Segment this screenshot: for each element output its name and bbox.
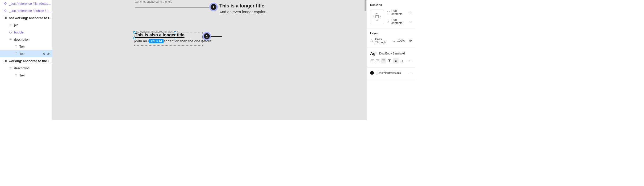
instance-icon xyxy=(9,31,12,34)
frame-icon xyxy=(4,16,7,19)
bubble-1: 1 xyxy=(209,3,218,11)
svg-rect-21 xyxy=(43,54,44,55)
layer-description[interactable]: description xyxy=(0,36,52,43)
resizing-section: Resizing Hug contents xyxy=(367,0,415,28)
layer-text[interactable]: Text xyxy=(0,43,52,50)
layer-label: _doc / reference / bubble / base xyxy=(9,9,52,13)
resize-vertical-dropdown[interactable]: Hug contents xyxy=(387,18,412,24)
blend-icon[interactable] xyxy=(370,39,373,42)
layer-label: Title xyxy=(19,52,25,56)
layer-label: pin xyxy=(14,23,18,27)
bubble-number: 1 xyxy=(204,33,210,39)
chevron-down-icon xyxy=(410,11,412,14)
layer-text-2[interactable]: Text xyxy=(0,72,52,79)
text-valign-top-button[interactable] xyxy=(387,58,392,64)
svg-rect-4 xyxy=(5,9,6,10)
title-text: This is a longer title xyxy=(219,3,266,9)
svg-point-31 xyxy=(410,40,411,41)
layer-description-2[interactable]: description xyxy=(0,65,52,72)
svg-rect-0 xyxy=(5,2,6,3)
svg-rect-5 xyxy=(4,10,5,11)
resize-horizontal-dropdown[interactable]: Hug contents xyxy=(387,9,412,15)
layer-component-ref-bubble[interactable]: _doc / reference / bubble / base xyxy=(0,7,52,14)
pin-line xyxy=(135,7,210,7)
fill-section: _Doc/Neutral/Black − xyxy=(367,67,415,79)
bubble-number: 1 xyxy=(211,4,216,10)
text-align-left-button[interactable] xyxy=(370,58,375,64)
layer-label: not-working: anchored to the right xyxy=(9,16,52,20)
svg-rect-1 xyxy=(4,3,5,4)
text-icon xyxy=(14,52,17,55)
layer-label: bubble xyxy=(14,31,24,34)
text-style-name[interactable]: _Doc/Body Semibold xyxy=(378,52,405,55)
frame-icon xyxy=(9,38,12,41)
eye-icon[interactable] xyxy=(47,52,50,55)
remove-fill-button[interactable]: − xyxy=(410,71,412,75)
layer-frame-notworking[interactable]: not-working: anchored to the right xyxy=(0,14,52,22)
title-text-selected[interactable]: This is also a longer title xyxy=(135,33,211,37)
svg-rect-8 xyxy=(4,17,5,19)
text-section: Ag _Doc/Body Semibold xyxy=(367,48,415,67)
layer-title-selected[interactable]: Title xyxy=(0,50,52,57)
layer-pin[interactable]: pin xyxy=(0,22,52,29)
svg-rect-7 xyxy=(5,11,6,12)
chevron-down-icon xyxy=(393,39,395,42)
section-title: Layer xyxy=(370,32,412,35)
inspector-panel: Resizing Hug contents xyxy=(367,0,415,120)
scrollbar[interactable] xyxy=(365,0,366,11)
caption-text-2: With an even longer caption than the one… xyxy=(135,39,211,43)
chevron-down-icon xyxy=(410,20,412,23)
svg-rect-2 xyxy=(6,3,7,4)
svg-rect-24 xyxy=(5,60,6,62)
frame-icon xyxy=(4,60,7,62)
layer-label: _doc / reference / list (detach to … xyxy=(9,2,52,6)
layer-frame-working[interactable]: working: anchored to the left xyxy=(0,57,52,65)
eye-icon[interactable] xyxy=(409,39,412,42)
section-title: Resizing xyxy=(370,3,412,6)
blend-mode-dropdown[interactable]: Pass Through xyxy=(375,37,391,44)
text-icon xyxy=(14,74,17,77)
layer-component-ref-list[interactable]: _doc / reference / list (detach to … xyxy=(0,0,52,7)
text-align-right-button[interactable] xyxy=(381,58,386,64)
text-align-center-button[interactable] xyxy=(376,58,380,64)
resize-h-label: Hug contents xyxy=(391,9,408,15)
fill-swatch[interactable] xyxy=(370,71,374,75)
caption-text: And an even longer caption xyxy=(219,10,266,14)
bubble-2: 1 xyxy=(203,32,211,40)
hug-h-icon xyxy=(387,11,390,14)
component-icon xyxy=(4,9,7,12)
svg-rect-30 xyxy=(376,15,378,18)
layer-label: Text xyxy=(19,45,25,49)
layer-bubble[interactable]: bubble xyxy=(0,29,52,36)
svg-rect-3 xyxy=(5,4,6,5)
resize-v-label: Hug contents xyxy=(391,18,408,24)
layers-panel: _doc / reference / list (detach to … _do… xyxy=(0,0,53,120)
hug-v-icon xyxy=(387,20,390,23)
layer-label: Text xyxy=(19,74,25,77)
layer-label: working: anchored to the left xyxy=(9,59,52,63)
frame-icon xyxy=(9,24,12,27)
pin-line-2 xyxy=(211,36,222,37)
description-block-2: This is also a longer title With an even… xyxy=(135,33,211,43)
unlock-icon[interactable] xyxy=(42,52,45,55)
svg-rect-6 xyxy=(6,10,7,11)
description-block: This is a longer title And an even longe… xyxy=(219,3,266,14)
layer-section: Layer Pass Through 100% xyxy=(367,28,415,48)
layer-label: description xyxy=(14,66,30,70)
frame-icon xyxy=(9,67,12,70)
frame-label-working[interactable]: working: anchored to the left xyxy=(135,0,172,3)
svg-rect-9 xyxy=(5,17,6,19)
canvas[interactable]: working: anchored to the left 1 This is … xyxy=(53,0,367,120)
svg-point-22 xyxy=(48,53,49,54)
resize-preview[interactable] xyxy=(370,10,384,24)
text-valign-bottom-button[interactable] xyxy=(400,58,405,64)
svg-rect-23 xyxy=(4,60,5,62)
selection-size-badge: 178 × 24 xyxy=(149,39,164,43)
svg-rect-13 xyxy=(9,31,12,33)
fill-style-name[interactable]: _Doc/Neutral/Black xyxy=(376,71,401,74)
more-type-options-button[interactable]: ··· xyxy=(408,58,412,63)
text-valign-middle-button[interactable] xyxy=(393,58,399,64)
text-icon xyxy=(14,45,17,48)
opacity-value[interactable]: 100% xyxy=(397,39,405,42)
component-icon xyxy=(4,2,7,5)
